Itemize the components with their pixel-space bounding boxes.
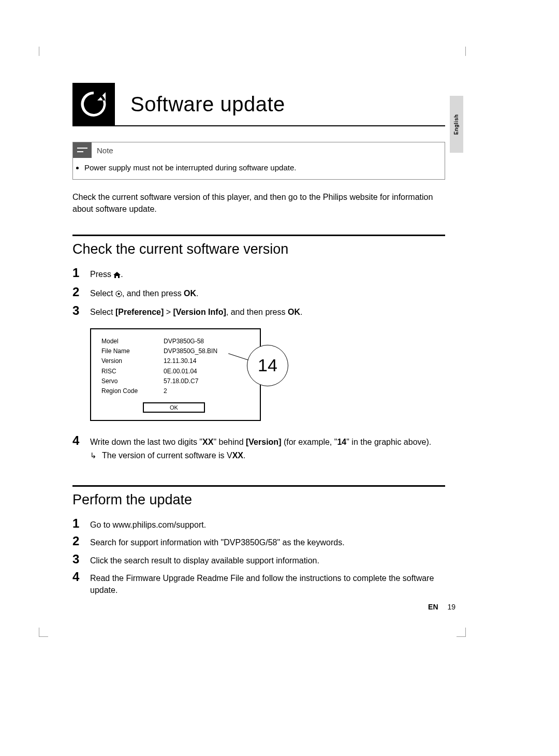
step-2: 2 Select , and then press OK. <box>72 285 445 300</box>
value-version: 12.11.30.14 <box>164 356 217 366</box>
step-number: 3 <box>72 303 90 318</box>
section1-steps: 1 Press . 2 Select , and then press OK. … <box>72 266 445 318</box>
substep: ↳ The version of current software is VXX… <box>90 451 445 460</box>
label-region: Region Code <box>101 386 164 396</box>
section1-heading: Check the current software version <box>72 241 445 257</box>
step-number: 4 <box>72 433 90 448</box>
step-number: 1 <box>72 516 90 531</box>
page-content: Software update Note Power supply must n… <box>72 83 445 606</box>
step-1: 1 Press . <box>72 266 445 281</box>
callout-circle: 14 <box>247 345 288 386</box>
step-text: Write down the last two digits "XX" behi… <box>90 436 431 448</box>
section-rule <box>72 235 445 236</box>
value-region: 2 <box>164 386 217 396</box>
section1-steps-cont: 4 Write down the last two digits "XX" be… <box>72 433 445 460</box>
ok-button: OK <box>143 402 205 413</box>
section2-heading: Perform the update <box>72 492 445 508</box>
note-label: Note <box>97 146 113 155</box>
note-box: Note Power supply must not be interrupte… <box>72 142 445 180</box>
label-file: File Name <box>101 346 164 356</box>
step-4: 4 Read the Firmware Upgrade Readme File … <box>72 570 445 596</box>
intro-text: Check the current software version of th… <box>72 191 445 215</box>
footer-page: 19 <box>447 603 455 611</box>
label-servo: Servo <box>101 376 164 386</box>
crop-mark <box>39 628 48 637</box>
svg-rect-0 <box>77 148 87 149</box>
info-labels: Model File Name Version RISC Servo Regio… <box>101 337 164 396</box>
step-1: 1 Go to www.philips.com/support. <box>72 516 445 531</box>
home-icon <box>113 269 121 281</box>
info-table: Model File Name Version RISC Servo Regio… <box>101 337 249 396</box>
section2-steps: 1 Go to www.philips.com/support. 2 Searc… <box>72 516 445 596</box>
step-text: Select [Preference] > [Version Info], an… <box>90 306 302 318</box>
step-text: Select , and then press OK. <box>90 287 199 300</box>
title-row: Software update <box>72 83 445 126</box>
update-icon <box>72 83 115 125</box>
crop-mark <box>457 628 466 637</box>
crop-mark <box>457 47 466 56</box>
label-model: Model <box>101 337 164 346</box>
svg-point-3 <box>117 293 120 295</box>
language-tab: English <box>450 96 463 153</box>
section-rule <box>72 485 445 487</box>
step-number: 1 <box>72 266 90 280</box>
step-number: 2 <box>72 534 90 548</box>
version-info-box: 14 Model File Name Version RISC Servo Re… <box>90 328 261 421</box>
step-3: 3 Select [Preference] > [Version Info], … <box>72 303 445 318</box>
label-risc: RISC <box>101 367 164 376</box>
value-risc: 0E.00.01.04 <box>164 367 217 376</box>
language-tab-label: English <box>454 114 460 135</box>
step-4: 4 Write down the last two digits "XX" be… <box>72 433 445 448</box>
footer-lang: EN <box>428 603 438 611</box>
step-3: 3 Click the search result to display ava… <box>72 552 445 566</box>
value-file: DVP3850G_58.BIN <box>164 346 217 356</box>
gear-icon <box>115 288 122 300</box>
info-values: DVP3850G-58 DVP3850G_58.BIN 12.11.30.14 … <box>164 337 217 396</box>
note-header: Note <box>73 142 445 158</box>
callout-number: 14 <box>258 355 277 375</box>
page-title: Software update <box>130 93 285 116</box>
step-text: Search for support information with "DVP… <box>90 536 345 548</box>
substep-text: The version of current software is VXX. <box>102 451 245 460</box>
step-number: 4 <box>72 570 90 584</box>
value-model: DVP3850G-58 <box>164 337 217 346</box>
step-text: Press . <box>90 268 123 281</box>
value-servo: 57.18.0D.C7 <box>164 376 217 386</box>
page-footer: EN 19 <box>428 603 455 611</box>
step-text: Click the search result to display avail… <box>90 555 319 566</box>
svg-rect-1 <box>77 151 83 152</box>
step-number: 2 <box>72 285 90 299</box>
step-text: Go to www.philips.com/support. <box>90 519 206 531</box>
step-number: 3 <box>72 552 90 566</box>
label-version: Version <box>101 356 164 366</box>
note-text: Power supply must not be interrupted dur… <box>84 163 437 172</box>
note-body: Power supply must not be interrupted dur… <box>73 158 445 179</box>
step-text: Read the Firmware Upgrade Readme File an… <box>90 572 445 596</box>
crop-mark <box>39 47 48 56</box>
arrow-icon: ↳ <box>90 451 97 460</box>
step-2: 2 Search for support information with "D… <box>72 534 445 548</box>
note-icon <box>73 142 92 158</box>
